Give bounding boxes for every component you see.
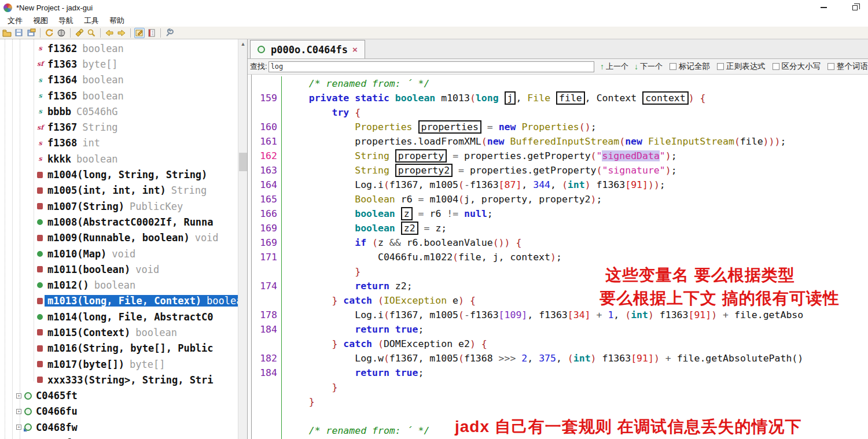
tree-item-C0468fw[interactable]: +C0468fw	[0, 419, 238, 435]
code-token: (	[458, 179, 464, 190]
code-token: f1363	[470, 179, 499, 190]
preferences-icon[interactable]	[164, 28, 175, 38]
tree-item-m1008AbstractC0002If[interactable]: m1008(AbstractC0002If, Runna	[0, 214, 238, 230]
checkbox-label: 区分大小写	[782, 61, 821, 72]
find-option-3[interactable]: 整个词语	[827, 61, 868, 72]
tree-item-kkkk[interactable]: skkkkboolean	[0, 151, 238, 167]
minimize-button[interactable]	[816, 1, 831, 14]
find-next-button[interactable]: ↓ 下一个	[634, 61, 663, 72]
tree-item-C0466fu[interactable]: +C0466fu	[0, 404, 238, 419]
tree-item-m1014longFileAbstrac[interactable]: m1014(long, File, AbstractC0	[0, 309, 238, 324]
tab-class[interactable]: p000o.C0464fs ×	[250, 40, 365, 58]
flashlight-icon[interactable]	[74, 28, 84, 38]
code-token	[286, 281, 355, 292]
tree-item-m1010Map[interactable]: m1010(Map)void	[0, 246, 238, 261]
tree-item-type: C0546hG	[76, 106, 118, 117]
find-option-1[interactable]: 正则表达式	[717, 61, 766, 72]
code-token: int	[568, 179, 585, 190]
search-icon[interactable]	[86, 28, 97, 38]
code-token: +	[717, 309, 734, 320]
tree-item-label: m1017(byte[])byte[]	[45, 359, 238, 370]
tree-item-f1363[interactable]: sff1363byte[]	[0, 56, 238, 72]
open-file-icon[interactable]	[2, 28, 12, 38]
code-token: f1367, m1005	[389, 179, 458, 190]
toolbar-separator	[100, 28, 101, 38]
tree-item-name: m1007(String)	[47, 201, 124, 212]
expand-icon[interactable]: +	[16, 425, 21, 430]
menu-item-1[interactable]: 视图	[28, 16, 53, 26]
code-line-text: Properties properties = new Properties()…	[282, 120, 597, 134]
tree-item-xxx333StringStringSt[interactable]: xxx333(String>, String, Stri	[0, 372, 238, 388]
tree-item-m1007String[interactable]: m1007(String)PublicKey	[0, 198, 238, 214]
code-token	[389, 150, 395, 161]
tree-item-m1016StringbytePubli[interactable]: m1016(String, byte[], Public	[0, 341, 238, 356]
method-icon	[37, 314, 43, 320]
deobfuscation-icon[interactable]	[56, 28, 67, 38]
save-all-icon[interactable]	[14, 28, 24, 38]
tree-item-m1005intintint[interactable]: m1005(int, int, int)String	[0, 183, 238, 198]
code-token: =	[418, 223, 436, 234]
tree-item-type: String	[171, 185, 207, 196]
expand-icon[interactable]: +	[16, 409, 21, 414]
find-next-label: 下一个	[640, 61, 663, 72]
code-token: file	[740, 136, 763, 147]
menu-item-0[interactable]: 文件	[2, 16, 28, 26]
code-line-text: }	[282, 394, 315, 409]
find-option-0[interactable]: 标记全部	[670, 61, 710, 72]
tree-item-m1013longFileContext[interactable]: m1013(long, File, Context)boolean	[0, 293, 238, 309]
code-area[interactable]: /* renamed from: ´ */159 private static …	[248, 75, 868, 439]
menu-item-2[interactable]: 导航	[53, 16, 79, 26]
code-token: file, j, context	[458, 252, 550, 263]
save-as-icon[interactable]	[26, 28, 36, 38]
tree-item-f1368[interactable]: sf1368int	[0, 135, 238, 151]
find-option-2[interactable]: 区分大小写	[773, 61, 821, 72]
code-token: (	[481, 136, 487, 147]
field-icon: sf	[36, 124, 45, 131]
checkbox-icon[interactable]	[670, 63, 676, 70]
tree-item-C0470fv[interactable]: +C0470fv	[0, 435, 238, 439]
tree-item-m1011boolean[interactable]: m1011(boolean)void	[0, 261, 238, 277]
tree-item-f1367[interactable]: sff1367String	[0, 119, 238, 135]
code-token: ;	[556, 252, 562, 263]
tree-item-name: m1010(Map)	[47, 248, 106, 260]
back-icon[interactable]	[104, 28, 115, 38]
tree-item-bbbb[interactable]: sbbbbC0546hG	[0, 104, 238, 119]
checkbox-icon[interactable]	[773, 63, 779, 70]
forward-icon[interactable]	[116, 28, 127, 38]
line-number	[252, 423, 282, 438]
tree-item-C0465ft[interactable]: +C0465ft	[0, 388, 238, 404]
reload-icon[interactable]	[44, 28, 54, 38]
tree-item-f1365[interactable]: sf1365boolean	[0, 88, 238, 104]
menu-item-4[interactable]: 帮助	[104, 16, 130, 26]
scrollbar-up-arrow[interactable]: ▲	[238, 39, 248, 49]
tab-close-icon[interactable]: ×	[352, 45, 358, 54]
code-token: (	[734, 136, 740, 147]
expand-icon[interactable]: +	[16, 393, 21, 399]
code-token: new	[487, 136, 505, 147]
scrollbar-thumb[interactable]	[239, 153, 247, 171]
restore-button[interactable]	[847, 1, 862, 14]
code-token: ,	[516, 93, 527, 104]
checkbox-icon[interactable]	[717, 63, 724, 70]
tree-item-m1017byte[interactable]: m1017(byte[])byte[]	[0, 356, 238, 372]
jadx-gui-window: *New Project - jadx-gui 文件视图导航工具帮助	[0, 0, 868, 439]
code-token: private static	[309, 93, 395, 104]
edit-active-icon[interactable]	[134, 28, 145, 38]
find-input[interactable]	[269, 61, 594, 72]
menu-item-3[interactable]: 工具	[79, 16, 104, 26]
tree-item-m1012[interactable]: m1012()boolean	[0, 277, 238, 293]
tree-item-label: kkkkboolean	[45, 153, 238, 165]
tree-scrollbar[interactable]: ▲	[238, 39, 247, 439]
tree-item-f1364[interactable]: sf1364boolean	[0, 72, 238, 88]
checkbox-icon[interactable]	[827, 63, 834, 70]
tree-item-f1362[interactable]: sf1362boolean	[0, 40, 238, 56]
tree-item-label: xxx333(String>, String, Stri	[45, 374, 238, 386]
tree-item-m1004longStringStrin[interactable]: m1004(long, String, String)	[0, 167, 238, 182]
tree-item-m1009Runnableboolean[interactable]: m1009(Runnable, boolean)void	[0, 230, 238, 246]
log-viewer-icon[interactable]	[146, 28, 157, 38]
find-previous-button[interactable]: ↑ 上一个	[600, 61, 628, 72]
tree-item-m1015Context[interactable]: m1015(Context)boolean	[0, 324, 238, 340]
code-token: (	[619, 136, 625, 147]
line-number	[252, 264, 282, 279]
code-token: }	[286, 266, 361, 277]
